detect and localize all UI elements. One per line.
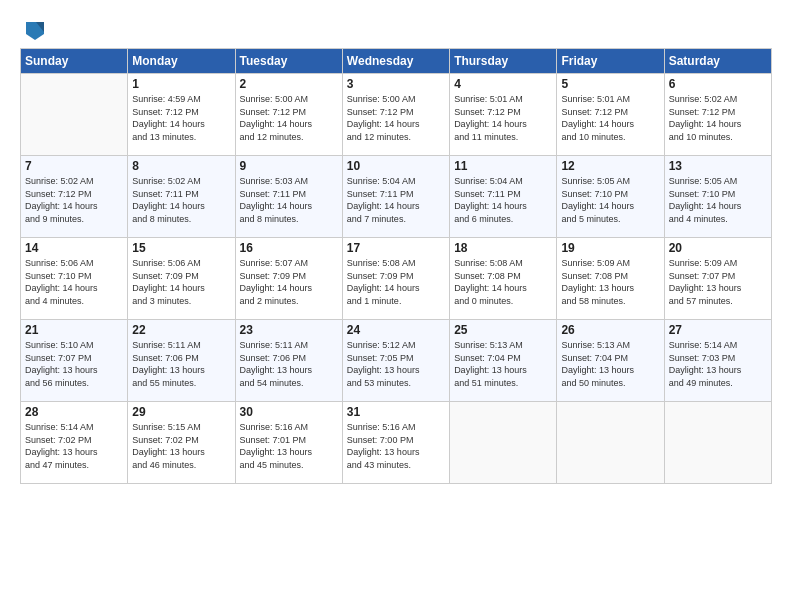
weekday-saturday: Saturday	[664, 49, 771, 74]
day-number: 12	[561, 159, 659, 173]
day-number: 10	[347, 159, 445, 173]
day-number: 28	[25, 405, 123, 419]
day-cell: 8Sunrise: 5:02 AM Sunset: 7:11 PM Daylig…	[128, 156, 235, 238]
day-number: 24	[347, 323, 445, 337]
day-number: 19	[561, 241, 659, 255]
week-row-4: 21Sunrise: 5:10 AM Sunset: 7:07 PM Dayli…	[21, 320, 772, 402]
day-info: Sunrise: 5:16 AM Sunset: 7:01 PM Dayligh…	[240, 421, 338, 471]
day-info: Sunrise: 5:04 AM Sunset: 7:11 PM Dayligh…	[454, 175, 552, 225]
day-cell: 25Sunrise: 5:13 AM Sunset: 7:04 PM Dayli…	[450, 320, 557, 402]
day-info: Sunrise: 5:02 AM Sunset: 7:11 PM Dayligh…	[132, 175, 230, 225]
day-cell: 11Sunrise: 5:04 AM Sunset: 7:11 PM Dayli…	[450, 156, 557, 238]
day-cell: 5Sunrise: 5:01 AM Sunset: 7:12 PM Daylig…	[557, 74, 664, 156]
day-info: Sunrise: 5:11 AM Sunset: 7:06 PM Dayligh…	[132, 339, 230, 389]
day-info: Sunrise: 5:02 AM Sunset: 7:12 PM Dayligh…	[25, 175, 123, 225]
day-info: Sunrise: 5:09 AM Sunset: 7:08 PM Dayligh…	[561, 257, 659, 307]
day-info: Sunrise: 5:12 AM Sunset: 7:05 PM Dayligh…	[347, 339, 445, 389]
day-info: Sunrise: 5:06 AM Sunset: 7:09 PM Dayligh…	[132, 257, 230, 307]
day-cell: 20Sunrise: 5:09 AM Sunset: 7:07 PM Dayli…	[664, 238, 771, 320]
day-cell: 12Sunrise: 5:05 AM Sunset: 7:10 PM Dayli…	[557, 156, 664, 238]
day-info: Sunrise: 5:10 AM Sunset: 7:07 PM Dayligh…	[25, 339, 123, 389]
day-number: 21	[25, 323, 123, 337]
day-cell: 3Sunrise: 5:00 AM Sunset: 7:12 PM Daylig…	[342, 74, 449, 156]
weekday-monday: Monday	[128, 49, 235, 74]
day-cell: 15Sunrise: 5:06 AM Sunset: 7:09 PM Dayli…	[128, 238, 235, 320]
day-cell: 28Sunrise: 5:14 AM Sunset: 7:02 PM Dayli…	[21, 402, 128, 484]
day-info: Sunrise: 5:14 AM Sunset: 7:03 PM Dayligh…	[669, 339, 767, 389]
day-cell: 6Sunrise: 5:02 AM Sunset: 7:12 PM Daylig…	[664, 74, 771, 156]
day-number: 15	[132, 241, 230, 255]
day-number: 1	[132, 77, 230, 91]
day-info: Sunrise: 5:13 AM Sunset: 7:04 PM Dayligh…	[454, 339, 552, 389]
day-info: Sunrise: 5:01 AM Sunset: 7:12 PM Dayligh…	[561, 93, 659, 143]
day-number: 20	[669, 241, 767, 255]
day-cell: 17Sunrise: 5:08 AM Sunset: 7:09 PM Dayli…	[342, 238, 449, 320]
day-number: 9	[240, 159, 338, 173]
day-cell: 29Sunrise: 5:15 AM Sunset: 7:02 PM Dayli…	[128, 402, 235, 484]
day-cell: 2Sunrise: 5:00 AM Sunset: 7:12 PM Daylig…	[235, 74, 342, 156]
weekday-wednesday: Wednesday	[342, 49, 449, 74]
day-number: 3	[347, 77, 445, 91]
day-number: 25	[454, 323, 552, 337]
day-number: 23	[240, 323, 338, 337]
day-cell	[557, 402, 664, 484]
day-cell: 4Sunrise: 5:01 AM Sunset: 7:12 PM Daylig…	[450, 74, 557, 156]
day-info: Sunrise: 5:06 AM Sunset: 7:10 PM Dayligh…	[25, 257, 123, 307]
day-info: Sunrise: 5:01 AM Sunset: 7:12 PM Dayligh…	[454, 93, 552, 143]
week-row-1: 1Sunrise: 4:59 AM Sunset: 7:12 PM Daylig…	[21, 74, 772, 156]
day-info: Sunrise: 5:08 AM Sunset: 7:08 PM Dayligh…	[454, 257, 552, 307]
day-cell: 18Sunrise: 5:08 AM Sunset: 7:08 PM Dayli…	[450, 238, 557, 320]
day-number: 17	[347, 241, 445, 255]
day-number: 14	[25, 241, 123, 255]
weekday-header-row: SundayMondayTuesdayWednesdayThursdayFrid…	[21, 49, 772, 74]
day-info: Sunrise: 5:14 AM Sunset: 7:02 PM Dayligh…	[25, 421, 123, 471]
day-number: 30	[240, 405, 338, 419]
day-info: Sunrise: 5:04 AM Sunset: 7:11 PM Dayligh…	[347, 175, 445, 225]
day-info: Sunrise: 5:05 AM Sunset: 7:10 PM Dayligh…	[561, 175, 659, 225]
day-info: Sunrise: 5:00 AM Sunset: 7:12 PM Dayligh…	[347, 93, 445, 143]
day-number: 29	[132, 405, 230, 419]
day-cell: 1Sunrise: 4:59 AM Sunset: 7:12 PM Daylig…	[128, 74, 235, 156]
day-cell: 7Sunrise: 5:02 AM Sunset: 7:12 PM Daylig…	[21, 156, 128, 238]
day-number: 4	[454, 77, 552, 91]
logo-text	[20, 18, 50, 46]
day-number: 5	[561, 77, 659, 91]
day-cell: 16Sunrise: 5:07 AM Sunset: 7:09 PM Dayli…	[235, 238, 342, 320]
day-info: Sunrise: 5:07 AM Sunset: 7:09 PM Dayligh…	[240, 257, 338, 307]
day-cell: 24Sunrise: 5:12 AM Sunset: 7:05 PM Dayli…	[342, 320, 449, 402]
day-info: Sunrise: 4:59 AM Sunset: 7:12 PM Dayligh…	[132, 93, 230, 143]
day-info: Sunrise: 5:05 AM Sunset: 7:10 PM Dayligh…	[669, 175, 767, 225]
weekday-thursday: Thursday	[450, 49, 557, 74]
header	[20, 18, 772, 42]
day-info: Sunrise: 5:13 AM Sunset: 7:04 PM Dayligh…	[561, 339, 659, 389]
day-number: 6	[669, 77, 767, 91]
day-cell: 31Sunrise: 5:16 AM Sunset: 7:00 PM Dayli…	[342, 402, 449, 484]
day-number: 22	[132, 323, 230, 337]
day-number: 7	[25, 159, 123, 173]
weekday-friday: Friday	[557, 49, 664, 74]
day-number: 16	[240, 241, 338, 255]
day-info: Sunrise: 5:15 AM Sunset: 7:02 PM Dayligh…	[132, 421, 230, 471]
weekday-tuesday: Tuesday	[235, 49, 342, 74]
day-cell: 13Sunrise: 5:05 AM Sunset: 7:10 PM Dayli…	[664, 156, 771, 238]
week-row-2: 7Sunrise: 5:02 AM Sunset: 7:12 PM Daylig…	[21, 156, 772, 238]
day-info: Sunrise: 5:09 AM Sunset: 7:07 PM Dayligh…	[669, 257, 767, 307]
day-info: Sunrise: 5:02 AM Sunset: 7:12 PM Dayligh…	[669, 93, 767, 143]
day-number: 13	[669, 159, 767, 173]
day-info: Sunrise: 5:00 AM Sunset: 7:12 PM Dayligh…	[240, 93, 338, 143]
day-cell: 9Sunrise: 5:03 AM Sunset: 7:11 PM Daylig…	[235, 156, 342, 238]
day-cell: 22Sunrise: 5:11 AM Sunset: 7:06 PM Dayli…	[128, 320, 235, 402]
day-number: 27	[669, 323, 767, 337]
day-cell: 30Sunrise: 5:16 AM Sunset: 7:01 PM Dayli…	[235, 402, 342, 484]
day-cell	[450, 402, 557, 484]
day-cell: 27Sunrise: 5:14 AM Sunset: 7:03 PM Dayli…	[664, 320, 771, 402]
calendar-table: SundayMondayTuesdayWednesdayThursdayFrid…	[20, 48, 772, 484]
day-number: 2	[240, 77, 338, 91]
logo-icon	[22, 18, 50, 46]
day-cell: 26Sunrise: 5:13 AM Sunset: 7:04 PM Dayli…	[557, 320, 664, 402]
week-row-3: 14Sunrise: 5:06 AM Sunset: 7:10 PM Dayli…	[21, 238, 772, 320]
logo	[20, 18, 50, 42]
day-number: 31	[347, 405, 445, 419]
day-info: Sunrise: 5:11 AM Sunset: 7:06 PM Dayligh…	[240, 339, 338, 389]
day-info: Sunrise: 5:03 AM Sunset: 7:11 PM Dayligh…	[240, 175, 338, 225]
